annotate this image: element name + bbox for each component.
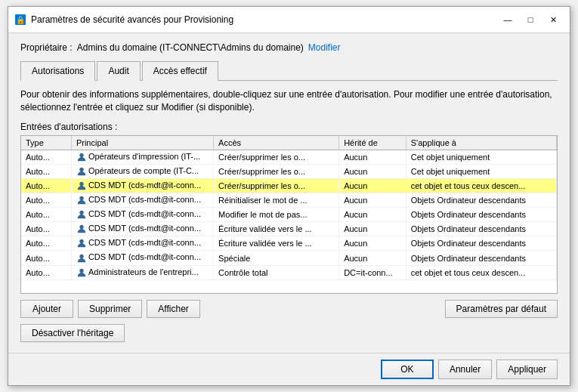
bottom-buttons: Ajouter Supprimer Afficher Paramètres pa… [20,300,558,318]
table-cell: Écriture validée vers le ... [214,236,339,251]
table-cell: cet objet et tous ceux descen... [406,265,556,279]
col-type[interactable]: Type [21,136,71,150]
table-row[interactable]: Auto...Administrateurs de l'entrepri...C… [21,265,557,279]
table-cell: Objets Ordinateur descendants [406,208,556,222]
table-cell: Aucun [339,222,406,236]
window-icon: 🔒 [14,14,26,26]
table-cell: Auto... [21,251,71,265]
disable-heritage-button[interactable]: Désactiver l'héritage [20,324,125,342]
owner-value: Admins du domaine (IT-CONNECT\Admins du … [77,42,304,53]
table-cell: CDS MDT (cds-mdt@it-conn... [71,251,213,265]
col-herite[interactable]: Hérité de [339,136,406,150]
table-cell: Aucun [339,193,406,208]
table-cell: Aucun [339,236,406,251]
col-principal[interactable]: Principal [71,136,213,150]
close-button[interactable]: ✕ [542,11,564,28]
svg-point-2 [79,153,83,157]
remove-button[interactable]: Supprimer [78,300,142,318]
table-cell: Auto... [21,164,71,178]
footer-row: Désactiver l'héritage [20,324,558,342]
table-cell: Opérateurs de compte (IT-C... [71,164,213,178]
col-applique[interactable]: S'applique à [406,136,556,150]
svg-text:🔒: 🔒 [16,15,26,25]
maximize-button[interactable]: □ [520,11,541,28]
add-button[interactable]: Ajouter [20,300,73,318]
table-cell: Auto... [21,193,71,208]
table-cell: Aucun [339,208,406,222]
tab-autorisations[interactable]: Autorisations [20,61,95,81]
table-cell: CDS MDT (cds-mdt@it-conn... [71,236,213,251]
table-cell: Objets Ordinateur descendants [406,222,556,236]
table-cell: Auto... [21,222,71,236]
table-cell: Auto... [21,150,71,164]
table-cell: Objets Ordinateur descendants [406,251,556,265]
owner-label: Propriétaire : [20,42,73,53]
permissions-table-container[interactable]: Type Principal Accès Hérité de S'appliqu… [20,135,558,294]
svg-point-8 [79,239,83,243]
table-row[interactable]: Auto...CDS MDT (cds-mdt@it-conn...Modifi… [21,208,557,222]
table-cell: cet objet et tous ceux descen... [406,178,556,193]
table-cell: Cet objet uniquement [406,150,556,164]
table-row[interactable]: Auto...Opérateurs d'impression (IT-...Cr… [21,150,557,164]
titlebar-controls: — □ ✕ [497,11,564,28]
svg-point-7 [79,225,83,229]
dialog-footer: OK Annuler Appliquer [8,353,570,385]
info-text: Pour obtenir des informations supplément… [20,88,558,114]
table-row[interactable]: Auto...CDS MDT (cds-mdt@it-conn...Spécia… [21,251,557,265]
table-cell: Objets Ordinateur descendants [406,193,556,208]
table-cell: Créer/supprimer les o... [214,150,339,164]
table-cell: Spéciale [214,251,339,265]
table-cell: Aucun [339,150,406,164]
titlebar-left: 🔒 Paramètres de sécurité avancés pour Pr… [14,14,233,26]
view-button[interactable]: Afficher [147,300,199,318]
table-cell: CDS MDT (cds-mdt@it-conn... [71,208,213,222]
table-cell: Aucun [339,164,406,178]
table-cell: Auto... [21,236,71,251]
tab-audit[interactable]: Audit [97,61,140,81]
cancel-button[interactable]: Annuler [438,360,492,379]
table-row[interactable]: Auto...Opérateurs de compte (IT-C...Crée… [21,164,557,178]
default-params-button[interactable]: Paramètres par défaut [445,300,558,318]
svg-point-9 [79,254,83,258]
table-row[interactable]: Auto...CDS MDT (cds-mdt@it-conn...Créer/… [21,178,557,193]
table-header-row: Type Principal Accès Hérité de S'appliqu… [21,136,557,150]
apply-button[interactable]: Appliquer [496,360,558,379]
ok-button[interactable]: OK [381,360,434,379]
table-cell: Administrateurs de l'entrepri... [71,265,213,279]
table-cell: Créer/supprimer les o... [214,178,339,193]
titlebar: 🔒 Paramètres de sécurité avancés pour Pr… [8,7,570,33]
table-cell: Aucun [339,178,406,193]
main-content: Propriétaire : Admins du domaine (IT-CON… [8,33,570,353]
table-cell: Opérateurs d'impression (IT-... [71,150,213,164]
owner-row: Propriétaire : Admins du domaine (IT-CON… [20,42,558,53]
window-title: Paramètres de sécurité avancés pour Prov… [31,14,233,25]
table-cell: CDS MDT (cds-mdt@it-conn... [71,178,213,193]
table-cell: Modifier le mot de pas... [214,208,339,222]
table-cell: CDS MDT (cds-mdt@it-conn... [71,193,213,208]
default-params-right: Paramètres par défaut [445,300,558,318]
svg-point-3 [79,168,83,171]
table-cell: Auto... [21,265,71,279]
svg-point-4 [79,182,83,186]
table-row[interactable]: Auto...CDS MDT (cds-mdt@it-conn...Écritu… [21,236,557,251]
col-acces[interactable]: Accès [214,136,339,150]
table-cell: Auto... [21,208,71,222]
table-row[interactable]: Auto...CDS MDT (cds-mdt@it-conn...Écritu… [21,222,557,236]
table-cell: Créer/supprimer les o... [214,164,339,178]
table-cell: Réinitialiser le mot de ... [214,193,339,208]
svg-point-5 [79,196,83,200]
main-window: 🔒 Paramètres de sécurité avancés pour Pr… [8,6,570,386]
table-cell: Cet objet uniquement [406,164,556,178]
table-cell: Contrôle total [214,265,339,279]
table-row[interactable]: Auto...CDS MDT (cds-mdt@it-conn...Réinit… [21,193,557,208]
table-cell: Objets Ordinateur descendants [406,236,556,251]
svg-point-10 [79,268,83,272]
modify-owner-link[interactable]: Modifier [308,42,341,53]
action-buttons-left: Ajouter Supprimer Afficher [20,300,200,318]
minimize-button[interactable]: — [497,11,518,28]
table-cell: Auto... [21,178,71,193]
tab-acces-effectif[interactable]: Accès effectif [142,61,218,81]
table-cell: Écriture validée vers le ... [214,222,339,236]
tabs-container: Autorisations Audit Accès effectif [20,60,558,81]
svg-point-6 [79,211,83,215]
